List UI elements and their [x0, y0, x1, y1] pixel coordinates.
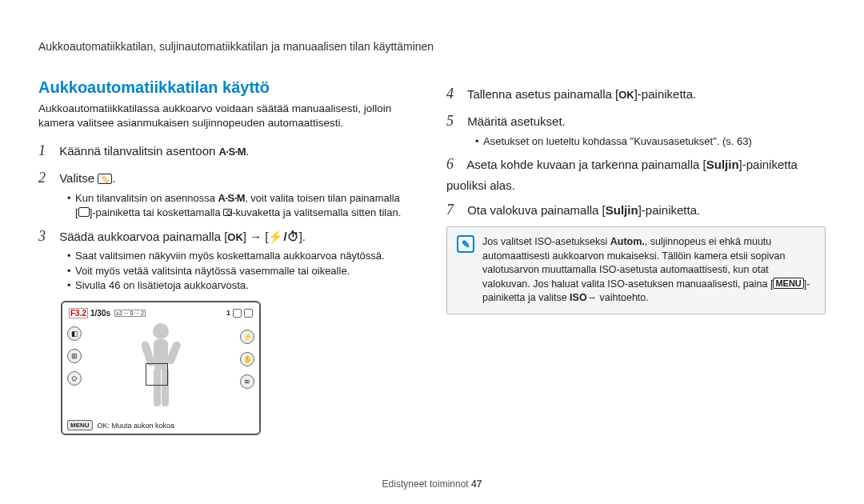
- shutter-label: Suljin: [606, 203, 638, 217]
- lcd-aperture: F3.2: [69, 308, 88, 318]
- step-number: 1: [38, 140, 56, 162]
- step-text: Tallenna asetus painamalla [: [467, 87, 618, 101]
- step-4: 4 Tallenna asetus painamalla [OK]-painik…: [446, 83, 826, 106]
- step-number: 2: [38, 167, 56, 190]
- step-7: 7 Ota valokuva painamalla [Suljin]-paini…: [446, 199, 826, 222]
- lcd-battery-icon: [244, 309, 253, 318]
- note-icon: ✎: [457, 235, 474, 253]
- bullet-item: Sivulla 46 on lisätietoja aukkoarvosta.: [67, 278, 418, 293]
- step-5: 5 Määritä asetukset.: [446, 110, 826, 133]
- bullet-text: -kuvaketta ja valitsemalla sitten tilan.: [232, 206, 401, 218]
- step-3-bullets: Saat valitsimen näkyviin myös koskettama…: [67, 249, 418, 293]
- svg-point-0: [153, 323, 169, 339]
- lcd-shutter: 1/30s: [90, 309, 111, 318]
- camera-icon: [223, 209, 232, 216]
- step-number: 7: [446, 199, 464, 222]
- camera-lcd-preview: F3.2 1/30s ±2 ··· 0 ··· 2 1 ◧ ⊞ ⊙ ⚡ ✋ ≋: [61, 301, 261, 435]
- asm-icon: A·S·M: [218, 144, 246, 160]
- step-number: 4: [446, 83, 464, 106]
- page-footer: Edistyneet toiminnot 47: [0, 478, 864, 490]
- mode-badge-icon: 🏷️: [98, 174, 112, 184]
- section-intro: Aukkoautomatiikkatilassa aukkoarvo voida…: [38, 102, 418, 130]
- lcd-is-button: ≋: [240, 374, 254, 389]
- step-text: ]-painiketta.: [638, 203, 701, 217]
- arrow-icon: → vaihtoehto.: [587, 291, 649, 306]
- lcd-icon-button: ⊞: [67, 349, 82, 363]
- note-fragment: Jos valitset ISO-asetukseksi: [482, 236, 610, 247]
- lcd-right-controls: ⚡ ✋ ≋: [240, 330, 254, 389]
- bullet-text: Kun tilanvalitsin on asennossa: [75, 192, 218, 204]
- step-number: 6: [446, 154, 464, 176]
- step-number: 3: [38, 226, 56, 248]
- shutter-label: Suljin: [706, 158, 739, 171]
- bullet-text: ]-painiketta tai koskettamalla: [90, 206, 224, 218]
- lcd-topbar: F3.2 1/30s ±2 ··· 0 ··· 2 1: [69, 307, 253, 318]
- step-text: Säädä aukkoarvoa painamalla [: [59, 230, 227, 243]
- step-2-bullets: Kun tilanvalitsin on asennossa A·S·M, vo…: [67, 191, 418, 220]
- step-5-bullets: Asetukset on lueteltu kohdassa "Kuvausas…: [475, 134, 826, 149]
- flash-timer-icon: ⚡/⏱: [268, 227, 298, 246]
- step-text: ]-painiketta.: [634, 87, 697, 101]
- step-text: .: [246, 144, 249, 158]
- lcd-menu-badge: MENU: [67, 420, 93, 430]
- ok-icon: OK: [227, 231, 243, 243]
- step-text: Ota valokuva painamalla [: [467, 203, 606, 217]
- footer-label: Edistyneet toiminnot: [382, 478, 471, 490]
- lcd-left-controls: ◧ ⊞ ⊙: [67, 326, 82, 386]
- lcd-ev-scale: ±2 ··· 0 ··· 2: [114, 310, 146, 317]
- note-iso: ISO: [570, 292, 587, 303]
- step-3: 3 Säädä aukkoarvoa painamalla [OK] → [⚡/…: [38, 226, 418, 248]
- asm-icon: A·S·M: [218, 191, 246, 206]
- right-column: 4 Tallenna asetus painamalla [OK]-painik…: [446, 78, 826, 435]
- step-text: Valitse: [59, 171, 98, 185]
- step-number: 5: [446, 110, 464, 133]
- step-text: Käännä tilanvalitsin asentoon: [59, 144, 218, 158]
- bullet-item: Kun tilanvalitsin on asennossa A·S·M, vo…: [67, 191, 418, 220]
- lcd-ok-hint: OK: Muuta aukon kokoa: [98, 422, 175, 430]
- bullet-item: Voit myös vetää valitsinta näytössä vase…: [67, 264, 418, 278]
- lcd-bottom-bar: MENU OK: Muuta aukon kokoa: [67, 420, 254, 430]
- step-text: ].: [299, 230, 306, 243]
- step-2: 2 Valitse 🏷️.: [38, 167, 418, 190]
- step-1: 1 Käännä tilanvalitsin asentoon A·S·M.: [38, 140, 418, 162]
- info-note: ✎ Jos valitset ISO-asetukseksi Autom., s…: [446, 226, 826, 314]
- lcd-focus-box: [146, 363, 168, 386]
- bullet-item: Asetukset on lueteltu kohdassa "Kuvausas…: [475, 134, 826, 149]
- step-text: .: [112, 171, 115, 185]
- section-title: Aukkoautomatiikkatilan käyttö: [38, 78, 418, 97]
- step-text: Määritä asetukset.: [467, 114, 566, 128]
- note-autom: Autom.: [610, 236, 645, 247]
- bullet-item: Saat valitsimen näkyviin myös koskettama…: [67, 249, 418, 263]
- ok-icon: OK: [618, 89, 634, 101]
- lcd-icon-button: ⊙: [67, 371, 82, 386]
- lcd-flash-button: ⚡: [240, 330, 254, 344]
- lcd-sd-icon: [233, 309, 242, 318]
- step-text: Aseta kohde kuvaan ja tarkenna painamall…: [466, 158, 706, 171]
- lcd-icon-button: ◧: [67, 326, 82, 341]
- menu-icon: MENU: [773, 278, 803, 289]
- step-text: ] → [: [243, 230, 269, 243]
- page-header: Aukkoautomatiikkatilan, suljinautomatiik…: [38, 40, 826, 53]
- lcd-hand-button: ✋: [240, 352, 254, 366]
- lcd-right-icons: 1: [226, 309, 253, 318]
- note-text: Jos valitset ISO-asetukseksi Autom., sul…: [482, 235, 815, 306]
- left-column: Aukkoautomatiikkatilan käyttö Aukkoautom…: [38, 78, 418, 435]
- bullet-text: , voit valita toisen tilan painamalla: [245, 192, 400, 204]
- back-icon: [78, 207, 90, 217]
- lcd-counter: 1: [226, 309, 230, 317]
- page-number: 47: [471, 478, 482, 490]
- step-6: 6 Aseta kohde kuvaan ja tarkenna painama…: [446, 154, 826, 194]
